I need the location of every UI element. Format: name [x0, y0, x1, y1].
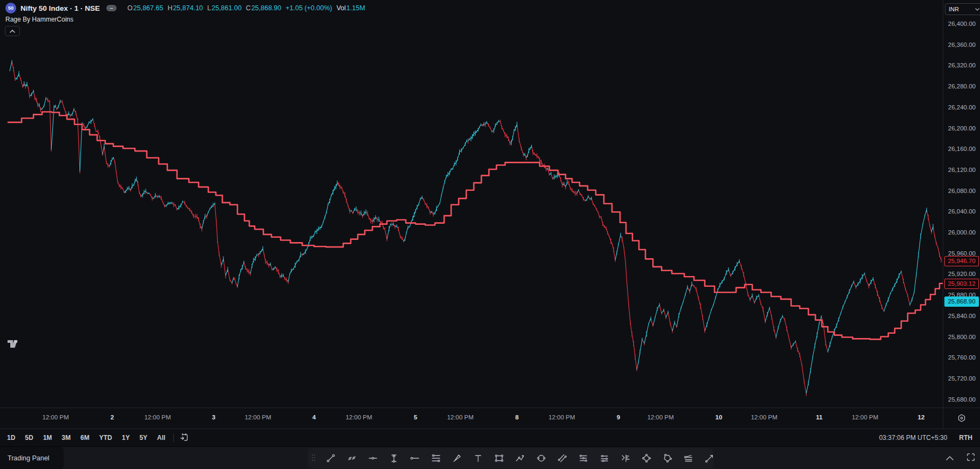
volume-value: 1.15M	[346, 4, 365, 12]
high-value: 25,874.10	[173, 4, 203, 12]
symbol-logo[interactable]: 50	[5, 3, 16, 13]
hide-indicator-icon[interactable]: –	[106, 5, 117, 11]
open-value: 25,867.65	[133, 4, 164, 12]
change-value: +1.05 (+0.00%)	[285, 4, 332, 12]
candles-down	[12, 62, 941, 396]
ohlc-values: O25,867.65 H25,874.10 L25,861.00 C25,868…	[123, 4, 365, 12]
close-value: 25,868.90	[251, 4, 282, 12]
indicator-legend[interactable]: Rage By HammerCoins	[5, 16, 73, 23]
chart-canvas[interactable]	[0, 0, 980, 469]
symbol-header: 50 Nifty 50 Index · 1 · NSE – O25,867.65…	[5, 2, 365, 14]
trading-chart-window: 50 Nifty 50 Index · 1 · NSE – O25,867.65…	[0, 0, 980, 469]
collapse-legend-button[interactable]	[5, 26, 20, 36]
close-label: C	[246, 4, 251, 12]
low-value: 25,861.00	[212, 4, 242, 12]
currency-dropdown[interactable]: INR	[945, 3, 980, 15]
low-label: L	[207, 4, 211, 12]
symbol-title[interactable]: Nifty 50 Index · 1 · NSE	[21, 4, 100, 12]
high-label: H	[167, 4, 172, 12]
tradingview-logo[interactable]	[8, 340, 17, 348]
currency-value: INR	[949, 6, 959, 12]
chevron-down-icon	[975, 8, 979, 11]
indicator-step-line	[8, 112, 943, 340]
volume-label: Vol	[336, 4, 345, 12]
chevron-up-icon	[10, 30, 15, 33]
open-label: O	[127, 4, 133, 12]
candles-up	[10, 60, 933, 394]
